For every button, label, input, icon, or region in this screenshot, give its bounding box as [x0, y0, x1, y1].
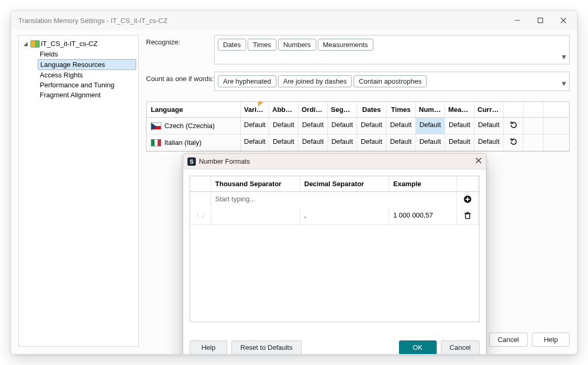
dropdown-icon[interactable]: ▾ [562, 78, 566, 88]
flag-icon [151, 139, 161, 146]
col-currency[interactable]: Currency [474, 102, 504, 117]
tree-item-fragment-alignment[interactable]: Fragment Alignment [38, 90, 136, 100]
grid-cell[interactable]: Default [474, 118, 504, 134]
col-language[interactable]: Language [147, 102, 241, 117]
help-button[interactable]: Help [532, 333, 570, 347]
grid-cell[interactable]: Default [357, 118, 386, 134]
tree-root-node[interactable]: ◢ IT_CS_it-IT_cs-CZ [21, 39, 136, 49]
recognize-box[interactable]: DatesTimesNumbersMeasurements ▾ [214, 35, 570, 64]
col-variabl[interactable]: Variabl... [241, 102, 269, 117]
decimal-cell[interactable]: , [300, 208, 389, 224]
col-times[interactable]: Times [386, 102, 416, 117]
grid-cell[interactable]: Default [445, 134, 474, 151]
grid-cell[interactable]: Default [445, 118, 474, 134]
language-row[interactable]: Czech (Czechia)DefaultDefaultDefaultDefa… [147, 118, 569, 134]
revert-button[interactable] [504, 134, 524, 151]
recognize-label: Recognize: [146, 35, 214, 46]
app-icon: S [187, 157, 196, 166]
grid-cell[interactable]: Default [298, 134, 328, 151]
grid-cell[interactable]: Default [416, 134, 445, 151]
edited-indicator-icon [258, 101, 263, 107]
dialog-title: Number Formats [199, 157, 250, 165]
grid-cell[interactable]: Default [386, 134, 416, 151]
chip-numbers[interactable]: Numbers [278, 39, 316, 51]
revert-button[interactable] [504, 118, 524, 134]
main-window: Translation Memory Settings - IT_CS_it-I… [10, 10, 578, 355]
chip-contain-apostrophes[interactable]: Contain apostrophes [353, 75, 427, 87]
grid-cell[interactable]: Default [357, 134, 386, 151]
help-button[interactable]: Help [190, 340, 227, 355]
add-row-button[interactable] [457, 192, 478, 208]
count-as-one-box[interactable]: Are hyphenatedAre joined by dashesContai… [214, 72, 570, 91]
window-title: Translation Memory Settings - IT_CS_it-I… [18, 17, 506, 25]
grid-cell[interactable]: Default [328, 118, 357, 134]
grid-cell[interactable]: Default [298, 118, 328, 134]
col-thousand: Thousand Separator [211, 176, 300, 191]
grid-cell[interactable]: Default [386, 118, 416, 134]
tm-icon [30, 40, 39, 48]
col-segme[interactable]: Segme... [328, 102, 357, 117]
col-example: Example [389, 176, 457, 191]
grid-cell[interactable]: Default [416, 118, 445, 134]
col-abbrev[interactable]: Abbrev... [269, 102, 298, 117]
col-numbers[interactable]: Numbers [416, 102, 445, 117]
close-icon[interactable] [475, 157, 482, 165]
tree-item-access-rights[interactable]: Access Rights [38, 70, 136, 80]
col-ordinal[interactable]: Ordinal... [298, 102, 328, 117]
dropdown-icon[interactable]: ▾ [562, 52, 566, 62]
cancel-button[interactable]: Cancel [489, 333, 528, 347]
delete-row-button[interactable] [457, 208, 478, 224]
count-as-one-label: Count as one if words: [146, 72, 214, 83]
chip-measurements[interactable]: Measurements [318, 39, 373, 51]
tree-item-language-resources[interactable]: Language Resources [38, 59, 136, 70]
titlebar: Translation Memory Settings - IT_CS_it-I… [11, 11, 577, 30]
new-row-input[interactable]: Start typing... [211, 192, 457, 208]
grid-cell[interactable]: Default [241, 134, 269, 151]
svg-rect-8 [465, 199, 470, 200]
thousand-cell[interactable] [211, 208, 300, 224]
grid-cell[interactable]: Default [269, 134, 298, 151]
close-button[interactable] [552, 13, 575, 28]
svg-rect-1 [538, 18, 543, 23]
reorder-handle[interactable]: ↑ ↓ [190, 208, 211, 224]
svg-rect-9 [465, 214, 470, 219]
maximize-button[interactable] [529, 13, 552, 28]
tree-item-fields[interactable]: Fields [38, 49, 136, 59]
col-decimal: Decimal Separator [300, 176, 389, 191]
grid-cell[interactable]: Default [474, 134, 504, 151]
example-cell: 1 000 000,57 [389, 208, 457, 224]
tree-root-label: IT_CS_it-IT_cs-CZ [41, 40, 97, 48]
reset-defaults-button[interactable]: Reset to Defaults [231, 340, 302, 355]
language-row[interactable]: Italian (Italy)DefaultDefaultDefaultDefa… [147, 134, 569, 151]
chip-times[interactable]: Times [248, 39, 276, 51]
number-format-grid: Thousand Separator Decimal Separator Exa… [190, 176, 480, 322]
format-row[interactable]: ↑ ↓,1 000 000,57 [190, 208, 479, 225]
language-grid: LanguageVariabl...Abbrev...Ordinal...Seg… [146, 101, 570, 152]
cancel-button[interactable]: Cancel [441, 340, 480, 355]
collapse-caret-icon[interactable]: ◢ [23, 41, 28, 47]
chip-are-joined-by-dashes[interactable]: Are joined by dashes [278, 75, 352, 87]
chip-are-hyphenated[interactable]: Are hyphenated [218, 75, 276, 87]
col-dates[interactable]: Dates [357, 102, 386, 117]
settings-tree: ◢ IT_CS_it-IT_cs-CZ FieldsLanguage Resou… [18, 35, 139, 347]
flag-icon [151, 122, 161, 130]
grid-cell[interactable]: Default [328, 134, 357, 151]
ok-button[interactable]: OK [399, 340, 437, 355]
number-formats-dialog: S Number Formats Thousand Separator Deci… [183, 153, 486, 355]
grid-cell[interactable]: Default [241, 118, 269, 134]
chip-dates[interactable]: Dates [218, 39, 246, 51]
grid-cell[interactable]: Default [269, 118, 298, 134]
minimize-button[interactable] [506, 13, 529, 28]
tree-item-performance-and-tuning[interactable]: Performance and Tuning [38, 80, 136, 90]
col-measur[interactable]: Measur... [445, 102, 474, 117]
